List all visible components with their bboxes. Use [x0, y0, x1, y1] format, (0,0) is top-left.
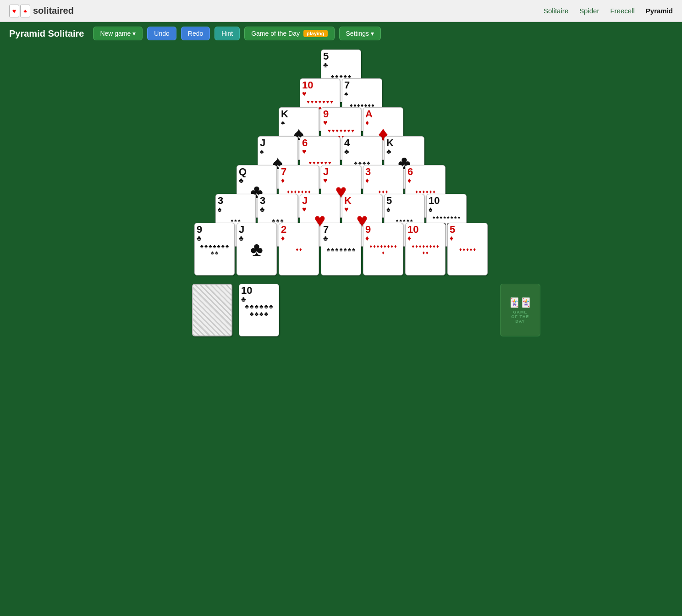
new-game-button[interactable]: New game ▾ [93, 27, 143, 40]
card-6-3[interactable]: 7♣♣♣♣♣♣♣♣ [321, 223, 361, 275]
redo-button[interactable]: Redo [181, 27, 210, 40]
waste-pile-card[interactable]: 10 ♣ ♣♣♣ ♣♣♣ ♣♣♣ ♣ [239, 284, 279, 336]
stock-area: 10 ♣ ♣♣♣ ♣♣♣ ♣♣♣ ♣ 🃏🃏 GAMEOF THEDAY [142, 284, 540, 336]
toolbar: Pyramid Solitaire New game ▾ Undo Redo H… [0, 22, 682, 45]
card-6-1[interactable]: J♣♣ [236, 223, 277, 275]
nav-links: Solitaire Spider Freecell Pyramid [544, 7, 673, 15]
logo-area: ♥ ♠ solitaired [9, 5, 74, 17]
nav-pyramid[interactable]: Pyramid [646, 7, 673, 15]
settings-button[interactable]: Settings ▾ [339, 27, 381, 40]
card-6-4[interactable]: 9♦♦♦♦♦♦♦♦♦♦ [363, 223, 403, 275]
game-area: 5♣♣♣♣♣♣10♥♥♥♥♥♥♥♥♥♥♥7♠♠♠♠♠♠♠♠K♠♠9♥♥♥♥♥♥♥… [0, 45, 682, 615]
game-of-the-day-button[interactable]: Game of the Day playing [244, 27, 334, 40]
gotd-placeholder-text: GAMEOF THEDAY [512, 310, 529, 324]
gotd-placeholder: 🃏🃏 GAMEOF THEDAY [500, 284, 540, 336]
pyramid: 5♣♣♣♣♣♣10♥♥♥♥♥♥♥♥♥♥♥7♠♠♠♠♠♠♠♠K♠♠9♥♥♥♥♥♥♥… [142, 50, 540, 252]
top-navigation: ♥ ♠ solitaired Solitaire Spider Freecell… [0, 0, 682, 22]
card-6-2[interactable]: 2♦♦♦ [279, 223, 319, 275]
page-title: Pyramid Solitaire [9, 28, 84, 39]
nav-spider[interactable]: Spider [579, 7, 599, 15]
hint-button[interactable]: Hint [214, 27, 240, 40]
nav-freecell[interactable]: Freecell [610, 7, 634, 15]
nav-solitaire[interactable]: Solitaire [544, 7, 568, 15]
dropdown-arrow-icon: ▾ [132, 30, 136, 37]
undo-button[interactable]: Undo [147, 27, 176, 40]
logo-card-1: ♥ [9, 5, 19, 17]
settings-dropdown-icon: ▾ [371, 30, 374, 37]
stock-pile[interactable] [192, 284, 232, 336]
card-6-5[interactable]: 10♦♦♦♦♦♦♦♦♦♦♦ [405, 223, 446, 275]
logo-card-2: ♠ [20, 5, 30, 17]
logo-icon: ♥ ♠ [9, 5, 30, 17]
card-6-0[interactable]: 9♣♣♣♣♣♣♣♣♣♣ [194, 223, 235, 275]
logo-text: solitaired [33, 6, 74, 16]
card-6-6[interactable]: 5♦♦♦♦♦♦ [447, 223, 488, 275]
gotd-cards-icon: 🃏🃏 [509, 297, 532, 308]
pyramid-row-6: 9♣♣♣♣♣♣♣♣♣♣J♣♣2♦♦♦7♣♣♣♣♣♣♣♣9♦♦♦♦♦♦♦♦♦♦10… [142, 223, 540, 275]
playing-badge: playing [303, 30, 328, 37]
